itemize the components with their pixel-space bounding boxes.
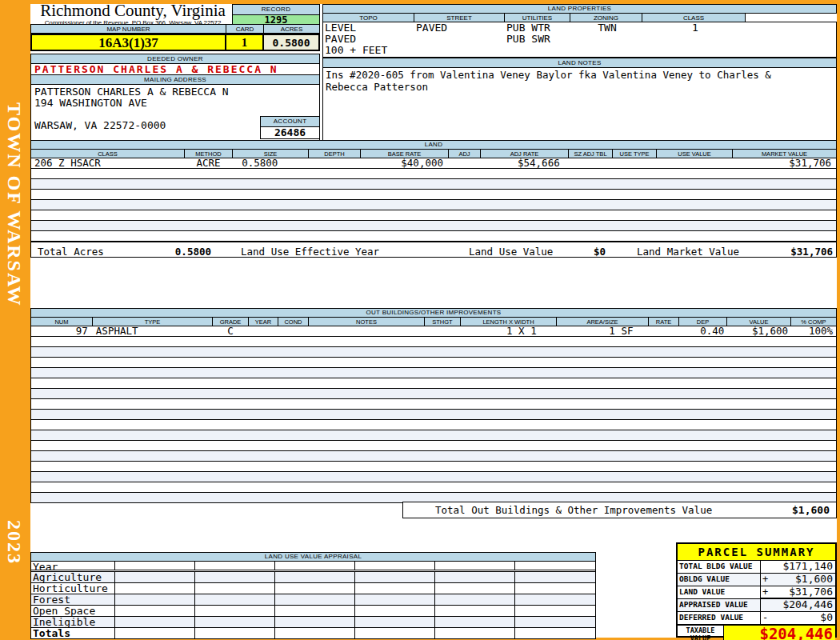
lua-row-open-space: Open Space (30, 606, 596, 617)
record-label: RECORD (232, 4, 320, 15)
county-title: Richmond County, Virginia (34, 2, 232, 19)
land-properties-body: LEVEL PAVED 100 + FEET PAVED PUB WTR PUB… (322, 22, 837, 58)
street-value: PAVED (416, 22, 505, 34)
lua-cells (115, 562, 595, 570)
ps-row-appraised: APPRAISED VALUE $204,446 (678, 599, 835, 612)
class-value: 1 (644, 22, 746, 34)
ob-cond-cell (278, 326, 308, 336)
lua-label: Year (31, 562, 115, 570)
lua-label: Totals (31, 628, 115, 638)
lua-cells (115, 594, 595, 605)
land-market-value-total: $31,706 (751, 246, 833, 258)
map-card-acres-values: 16A3(1)37 1 0.5800 (30, 34, 320, 51)
parcel-summary: PARCEL SUMMARY TOTAL BLDG VALUE $171,140… (676, 542, 837, 638)
ob-dep-cell: 0.40 (678, 326, 726, 336)
ob-rate-cell (647, 326, 678, 336)
utilities-value: PUB WTR (506, 22, 570, 34)
ob-grade-cell: C (213, 326, 249, 336)
taxable-label-line: TAXABLE (678, 626, 723, 634)
taxable-label-line: VALUE (678, 634, 723, 640)
mailing-address-line: PATTERSON CHARLES A & REBECCA N (34, 86, 319, 98)
land-title: LAND (30, 140, 837, 150)
lua-label: Horticulture (31, 583, 115, 594)
mailing-address-label: MAILING ADDRESS (30, 74, 320, 85)
ps-label: APPRAISED VALUE (678, 599, 761, 611)
map-card-acres: MAP NUMBER CARD ACRES 16A3(1)37 1 0.5800 (30, 24, 320, 51)
land-empty-rows (30, 169, 837, 242)
ps-operator (761, 561, 772, 573)
zoning-values: TWN (570, 22, 642, 57)
topo-value: PAVED (325, 34, 414, 45)
lua-row-horticulture: Horticulture (30, 583, 596, 594)
parcel-summary-title: PARCEL SUMMARY (678, 544, 835, 561)
ob-col-header: AREA/SIZE (556, 318, 648, 326)
account-label: ACCOUNT (260, 116, 320, 127)
land-use-value-label: Land Use Value (469, 246, 553, 258)
land-depth-cell (308, 158, 360, 168)
ps-value: $31,706 (772, 586, 835, 598)
record-box: RECORD 1295 (232, 4, 320, 26)
zoning-value: TWN (572, 22, 642, 34)
taxable-value: $204,446 (724, 626, 835, 640)
ps-label: TOTAL BLDG VALUE (678, 561, 761, 573)
lua-cells (115, 583, 595, 594)
land-use-appraisal-table: LAND USE VALUE APPRAISAL Year Agricultur… (30, 552, 596, 639)
land-properties-section: LAND PROPERTIES TOPO STREET UTILITIES ZO… (322, 4, 837, 58)
ob-sthgt-cell (424, 326, 460, 336)
lua-label: Ineligible (31, 617, 115, 627)
sidebar-town-label: TOWN OF WARSAW (3, 102, 25, 307)
acres-label: ACRES (264, 24, 320, 34)
sidebar-year-label: 2023 (3, 520, 25, 565)
ps-label: DEFERRED VALUE (678, 612, 761, 624)
ob-year-cell (248, 326, 278, 336)
lua-row-forest: Forest (30, 594, 596, 606)
card-label: CARD (226, 24, 264, 34)
ps-operator (761, 599, 772, 611)
ps-label: LAND VALUE (678, 586, 761, 598)
land-size-cell: 0.5800 (232, 158, 308, 168)
ob-area-size-cell: 1 SF (556, 326, 648, 336)
lua-label: Agriculture (31, 572, 115, 582)
sidebar: TOWN OF WARSAW 2023 (0, 0, 30, 640)
ob-notes-cell (308, 326, 424, 336)
land-use-effective-year-label: Land Use Effective Year (241, 246, 379, 258)
ob-col-header: NOTES (308, 318, 424, 326)
map-number-label: MAP NUMBER (30, 24, 226, 34)
street-values: PAVED (414, 22, 505, 57)
land-use-value-cell (655, 158, 731, 168)
total-acres-label: Total Acres (38, 246, 104, 258)
deeded-owner-section: DEEDED OWNER PATTERSON CHARLES A & REBEC… (30, 54, 320, 77)
acres-value: 0.5800 (264, 34, 320, 51)
lua-cells (115, 572, 595, 582)
land-base-rate-cell: $40,000 (360, 158, 448, 168)
lua-cells (115, 606, 595, 616)
taxable-value-label: TAXABLE VALUE (678, 626, 724, 640)
land-adj-rate-cell: $54,666 (480, 158, 568, 168)
topo-value: LEVEL (325, 22, 414, 34)
lua-row-ineligible: Ineligible (30, 617, 596, 628)
lua-label: Open Space (31, 606, 115, 616)
land-use-value-total: $0 (543, 246, 606, 258)
account-value: 26486 (260, 127, 320, 139)
out-buildings-title: OUT BUILDINGS/OTHER IMPROVEMENTS (30, 308, 837, 318)
ps-value: $171,140 (772, 561, 835, 573)
utilities-value: PUB SWR (506, 34, 570, 45)
land-use-appraisal-title: LAND USE VALUE APPRAISAL (30, 552, 596, 562)
land-adj-cell (448, 158, 480, 168)
land-method-cell: ACRE (185, 158, 233, 168)
land-market-value-cell: $31,706 (731, 158, 836, 168)
ps-label: OBLDG VALUE (678, 574, 761, 586)
ps-row-taxable: TAXABLE VALUE $204,446 (678, 625, 835, 640)
mailing-address-line: 194 WASHINGTON AVE (34, 98, 319, 109)
ob-col-header: COND (278, 318, 308, 326)
lua-cells (115, 628, 595, 638)
property-record-card: TOWN OF WARSAW 2023 Richmond County, Vir… (0, 0, 840, 640)
ob-type-cell: ASPHALT (93, 326, 213, 336)
land-col-header: DEPTH (308, 150, 360, 158)
land-notes-line: Ins #2020-605 from Valentina Veney Baylo… (326, 69, 836, 81)
total-acres-value: 0.5800 (135, 246, 211, 258)
land-use-type-cell (612, 158, 656, 168)
land-class-cell: 206 Z HSACR (31, 158, 185, 168)
topo-values: LEVEL PAVED 100 + FEET (323, 22, 414, 57)
land-notes-title: LAND NOTES (322, 58, 837, 68)
